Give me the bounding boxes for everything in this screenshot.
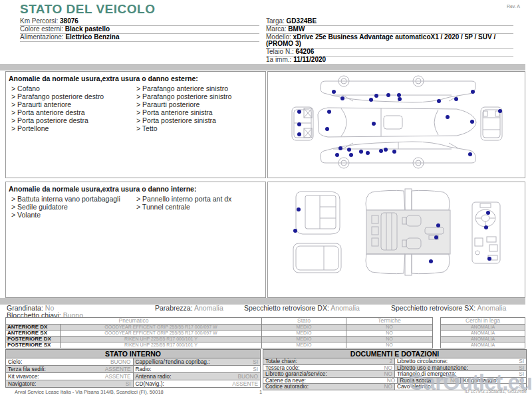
damage-marker: [293, 229, 297, 233]
damage-marker: [498, 109, 502, 113]
damage-marker: [327, 110, 331, 114]
tire-cell: NO: [346, 336, 433, 342]
label-value-pair: CD(Navig.):ASSENTE: [133, 380, 261, 387]
label-value-pair: Totale chiavi:2: [263, 358, 394, 364]
interior-anomalies-title: Anomalie da normale usura,extra usura o …: [9, 185, 265, 193]
damage-marker: [471, 90, 475, 94]
damage-marker: [486, 211, 490, 215]
tire-cell: MEDIO: [262, 325, 346, 331]
field-label: Antenna radio:: [136, 373, 172, 380]
anomaly-item: > Porta anteriore sinistra: [136, 108, 259, 116]
tire-cell: POSTERIORE DX: [6, 336, 61, 342]
damage-marker: [434, 235, 438, 239]
field-alimentazione: Alimentazione: Elettrico Benzina: [20, 34, 259, 42]
tire-row: POSTERIORE SXRIKEN UHP 225/55 R17 000/10…: [6, 342, 433, 348]
wheel-row: ANOMALIA: [441, 331, 525, 336]
label-value-pair: Kit vivavoce:ASSENTE: [6, 373, 133, 380]
damage-marker: [335, 153, 339, 157]
label-value-pair: Catene da neve:NO: [263, 378, 397, 384]
field-label: Radio:: [136, 366, 152, 372]
field-label: CD(Navig.):: [136, 380, 164, 387]
label-value-pair: Tessera code:NO: [263, 365, 394, 371]
stato-interno-title: STATO INTERNO: [6, 350, 260, 358]
field-value: ASSENTE: [105, 366, 131, 372]
anomaly-item: > Portellone: [11, 124, 134, 132]
wheel-cell: ANOMALIA: [441, 336, 525, 342]
field-value: NO: [387, 378, 395, 384]
tire-cell: MEDIO: [262, 342, 346, 348]
damage-marker: [379, 149, 383, 153]
field-label: Totale chiavi:: [265, 358, 297, 364]
anomaly-item: > Tunnel centrale: [136, 203, 259, 211]
vehicle-status-report: STATO DEL VEICOLO Rev. A Km Percorsi: 38…: [0, 0, 532, 399]
tire-cell: ANTERIORE DX: [6, 325, 61, 331]
interior-anomalies-box: Anomalie da normale usura,extra usura o …: [5, 182, 266, 298]
tire-cell: NO: [346, 342, 433, 348]
anomaly-item: > Volante: [11, 211, 134, 219]
table-row: Cielo:BUONOCappelliera/Tendina copribag.…: [6, 358, 260, 366]
field-value: NO: [384, 371, 392, 377]
damage-marker: [332, 90, 336, 94]
field-label: Cappelliera/Tendina copribag.:: [136, 358, 210, 365]
wheels-header: Cerchi in lega: [441, 318, 525, 325]
damage-marker: [446, 115, 450, 119]
damage-marker: [436, 223, 440, 227]
exterior-anomalies-col-right: > Parafango anteriore sinistro> Parafang…: [136, 84, 261, 132]
field-label: Terza fila sedili:: [8, 366, 46, 372]
tire-row: ANTERIORE DXGOODYEAR EFFICENT GRIP 255/5…: [6, 325, 433, 331]
documenti-dotazioni-title: DOCUMENTI E DOTAZIONI: [263, 350, 526, 358]
field-value: SI: [253, 358, 258, 365]
damage-marker: [325, 127, 329, 131]
anomaly-item: > Pannello interno porta ant dx: [136, 195, 259, 203]
anomaly-item: > Battuta interna vano portabagagli: [11, 195, 134, 203]
tire-cell: GOODYEAR EFFICENT GRIP 255/55 R17 000/09…: [61, 325, 262, 331]
tire-cell: MEDIO: [262, 336, 346, 342]
interior-diagram-box: [267, 182, 525, 298]
anomaly-item: > Parafango anteriore sinistro: [136, 84, 259, 92]
label-value-pair: Cappelliera/Tendina copribag.:SI: [133, 358, 261, 365]
field-label: Cielo:: [8, 358, 22, 365]
field-value: ASSENTE: [232, 380, 258, 387]
summary-specchietto-dx: Specchietto retrovisore DX: Anomalia: [244, 305, 360, 312]
tire-row: ANTERIORE SXGOODYEAR EFFICENT GRIP 255/5…: [6, 331, 433, 336]
vehicle-info-left: Km Percorsi: 38076 Colore esterni: Black…: [20, 18, 259, 42]
label-value-pair: Codice autoradio:NO: [263, 384, 394, 390]
footer-address: Arval Service Lease Italia - Via Pisana …: [15, 389, 164, 395]
exterior-anomalies-box: Anomalie da normale usura,extra usura o …: [5, 71, 266, 178]
field-value: ASSENTE: [105, 373, 131, 380]
anomaly-item: > Paraurti posteriore: [136, 100, 259, 108]
damage-marker: [359, 150, 363, 154]
damage-marker: [392, 150, 396, 154]
field-label: Catene da neve:: [265, 378, 306, 384]
field-value: NO: [384, 365, 392, 371]
damage-marker: [347, 148, 351, 152]
label-value-pair: Navigatore:SI: [6, 380, 133, 387]
label-value-pair: Terza fila sedili:ASSENTE: [6, 366, 133, 372]
damage-marker: [398, 97, 402, 101]
exterior-anomalies-col-left: > Cofano> Parafango posteriore destro> P…: [11, 84, 136, 132]
damage-marker: [338, 146, 342, 150]
divider-bar: [0, 64, 525, 70]
damage-marker: [454, 97, 458, 101]
field-label: Kit vivavoce:: [8, 373, 39, 380]
label-value-pair: Cielo:BUONO: [6, 358, 133, 365]
damage-marker: [470, 120, 474, 124]
label-value-pair: Libretto circolazione:SI: [394, 358, 526, 364]
anomaly-item: > Cofano: [11, 84, 134, 92]
tire-cell: ANTERIORE SX: [6, 331, 61, 336]
label-value-pair: Radio:SI: [133, 366, 261, 372]
table-row: Totale chiavi:2Libretto circolazione:SI: [263, 358, 526, 365]
exterior-diagram-box: [267, 71, 525, 178]
vehicle-info-right: Targa: GD324BE Marca: BMW Modello: xDriv…: [266, 18, 513, 65]
tires-table: Pneumatico Stato Termiche ANTERIORE DXGO…: [5, 317, 433, 348]
damage-marker: [487, 257, 491, 261]
damage-marker: [429, 259, 433, 263]
damage-marker: [384, 148, 388, 152]
damage-marker: [297, 207, 301, 211]
wheel-cell: ANOMALIA: [441, 325, 525, 331]
anomaly-item: > Porta posteriore destra: [11, 116, 134, 124]
tire-cell: POSTERIORE SX: [6, 342, 61, 348]
field-modello: Modello: xDrive 25e Business Advantage a…: [266, 34, 513, 49]
field-label: Navigatore:: [8, 380, 36, 387]
wheel-row: ANOMALIA: [441, 342, 525, 348]
